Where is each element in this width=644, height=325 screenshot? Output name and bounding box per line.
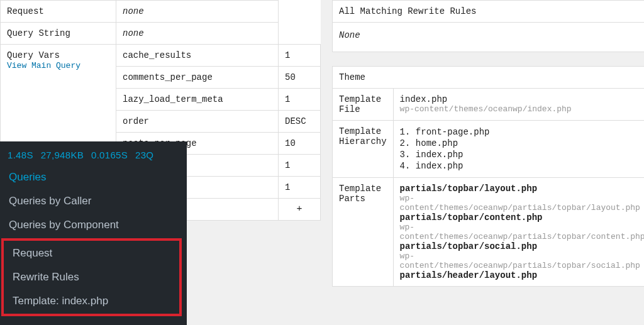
template-parts-label: Template Parts bbox=[333, 178, 394, 287]
template-hierarchy-label: Template Hierarchy bbox=[333, 121, 394, 178]
panel-item-queries[interactable]: Queries bbox=[0, 165, 187, 189]
template-file-row: Template File index.php wp-content/theme… bbox=[333, 89, 645, 121]
row-label: Query String bbox=[1, 23, 116, 45]
template-file-value: index.php wp-content/themes/oceanwp/inde… bbox=[393, 89, 644, 121]
table-row: Request none bbox=[1, 1, 321, 23]
qv-key: order bbox=[116, 111, 279, 133]
table-row-qv-0: Query Vars View Main Query cache_results… bbox=[1, 45, 321, 67]
hierarchy-item: index.php bbox=[400, 160, 644, 172]
panel-item-rewrite-rules[interactable]: Rewrite Rules bbox=[4, 265, 179, 289]
panel-item-queries-by-caller[interactable]: Queries by Caller bbox=[0, 189, 187, 213]
row-label: Request bbox=[1, 1, 116, 23]
qv-val: DESC bbox=[279, 111, 321, 133]
template-file-path: wp-content/themes/oceanwp/index.php bbox=[400, 104, 644, 114]
stat-dbtime: 0.0165S bbox=[91, 150, 128, 160]
part-path: wp-content/themes/oceanwp/partials/topba… bbox=[400, 251, 644, 270]
rewrite-rules-none: None bbox=[332, 23, 644, 52]
qv-key: cache_results bbox=[116, 45, 279, 67]
qv-key: lazy_load_term_meta bbox=[116, 89, 279, 111]
template-file-label: Template File bbox=[333, 89, 394, 121]
theme-table: Theme Template File index.php wp-content… bbox=[332, 66, 644, 287]
part-path: wp-content/themes/oceanwp/partials/topba… bbox=[400, 194, 644, 212]
query-monitor-panel: 1.48S 27,948KB 0.0165S 23Q Queries Queri… bbox=[0, 141, 187, 325]
expand-button[interactable]: + bbox=[279, 199, 321, 221]
template-parts-row: Template Parts partials/topbar/layout.ph… bbox=[333, 178, 645, 287]
qv-val: 50 bbox=[279, 67, 321, 89]
qv-key: comments_per_page bbox=[116, 67, 279, 89]
hierarchy-item: index.php bbox=[400, 149, 644, 160]
query-vars-label: Query Vars bbox=[7, 50, 60, 60]
qv-val: 10 bbox=[279, 133, 321, 155]
part-name: partials/topbar/social.php bbox=[400, 241, 537, 251]
part-path: wp-content/themes/oceanwp/partials/topba… bbox=[400, 223, 644, 241]
template-file-name: index.php bbox=[400, 94, 644, 104]
rewrite-rules-header: All Matching Rewrite Rules bbox=[332, 0, 644, 23]
part-name: partials/header/layout.php bbox=[400, 270, 537, 280]
qv-val: 1 bbox=[279, 45, 321, 67]
qv-val: 1 bbox=[279, 177, 321, 199]
hierarchy-item: front-page.php bbox=[400, 126, 644, 138]
template-parts-list: partials/topbar/layout.php wp-content/th… bbox=[393, 178, 644, 287]
table-row: Query String none bbox=[1, 23, 321, 45]
theme-header: Theme bbox=[333, 67, 645, 89]
template-hierarchy-row: Template Hierarchy front-page.php home.p… bbox=[333, 121, 645, 178]
part-name: partials/topbar/content.php bbox=[400, 212, 543, 223]
panel-item-queries-by-component[interactable]: Queries by Component bbox=[0, 213, 187, 237]
stat-time: 1.48S bbox=[8, 150, 33, 160]
template-hierarchy-list: front-page.php home.php index.php index.… bbox=[393, 121, 644, 178]
row-value: none bbox=[116, 23, 279, 45]
part-name: partials/topbar/layout.php bbox=[400, 184, 537, 194]
highlight-annotation: Request Rewrite Rules Template: index.ph… bbox=[1, 238, 182, 316]
row-value: none bbox=[116, 1, 279, 23]
stat-memory: 27,948KB bbox=[41, 150, 84, 160]
hierarchy-item: home.php bbox=[400, 138, 644, 149]
stat-queries: 23Q bbox=[135, 150, 153, 160]
panel-item-request[interactable]: Request bbox=[4, 241, 179, 265]
panel-item-template[interactable]: Template: index.php bbox=[4, 289, 179, 313]
qv-val: 1 bbox=[279, 89, 321, 111]
qv-val: 1 bbox=[279, 155, 321, 177]
view-main-query-link[interactable]: View Main Query bbox=[7, 61, 80, 70]
panel-stats: 1.48S 27,948KB 0.0165S 23Q bbox=[0, 141, 187, 165]
